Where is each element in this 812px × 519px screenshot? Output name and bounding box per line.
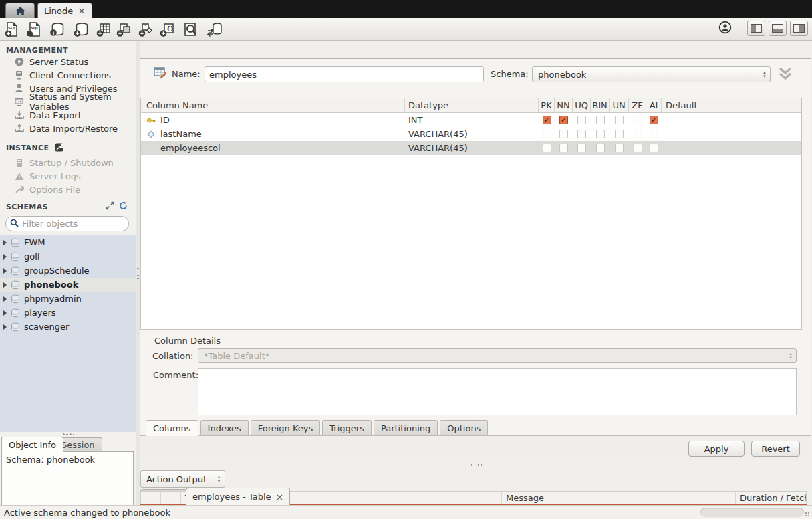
header-duration[interactable]: Duration / Fetch — [736, 492, 806, 504]
expand-arrow-icon[interactable] — [3, 310, 7, 316]
output-selector[interactable]: Action Output — [140, 470, 225, 488]
checkbox-un[interactable] — [615, 116, 624, 124]
collation-select[interactable]: *Table Default* — [198, 348, 797, 363]
connection-tab[interactable]: Linode × — [37, 3, 92, 18]
checkbox-bin[interactable] — [596, 144, 605, 152]
sidebar-item-startup-shutdown[interactable]: Startup / Shutdown — [0, 156, 136, 169]
checkbox-ai[interactable] — [650, 144, 658, 152]
create-schema-icon[interactable] — [72, 21, 90, 38]
toggle-right-panel-button[interactable] — [790, 21, 808, 36]
expand-arrow-icon[interactable] — [3, 296, 7, 302]
expand-arrow-icon[interactable] — [3, 282, 7, 288]
header-un[interactable]: UN — [610, 98, 629, 112]
header-ai[interactable]: AI — [646, 98, 662, 112]
reconnect-dbms-icon[interactable] — [206, 21, 223, 38]
schema-select[interactable]: phonebook — [532, 66, 771, 82]
account-icon[interactable] — [718, 21, 732, 36]
schema-row-golf[interactable]: golf — [0, 249, 136, 264]
checkbox-ai[interactable] — [650, 116, 658, 124]
refresh-schemas-icon[interactable] — [119, 201, 128, 212]
header-default[interactable]: Default — [662, 98, 801, 112]
checkbox-zf[interactable] — [634, 144, 642, 152]
search-table-data-icon[interactable] — [182, 21, 199, 38]
expand-arrow-icon[interactable] — [3, 268, 7, 274]
sidebar-item-data-import[interactable]: Data Import/Restore — [0, 122, 136, 135]
datatype-cell[interactable]: VARCHAR(45) — [405, 143, 539, 153]
checkbox-bin[interactable] — [596, 130, 605, 138]
schema-row-groupschedule[interactable]: groupSchedule — [0, 264, 136, 278]
expand-arrow-icon[interactable] — [3, 240, 7, 245]
sidebar-item-data-export[interactable]: Data Export — [0, 108, 136, 122]
revert-button[interactable]: Revert — [751, 441, 800, 457]
sidebar-item-server-logs[interactable]: Server Logs — [0, 169, 136, 183]
schema-row-phpmyadmin[interactable]: phpmyadmin — [0, 292, 136, 306]
sidebar-item-server-status[interactable]: Server Status — [0, 55, 136, 68]
schema-filter-input[interactable] — [22, 219, 123, 229]
expand-arrow-icon[interactable] — [3, 324, 7, 330]
tab-triggers[interactable]: Triggers — [322, 420, 372, 435]
datatype-cell[interactable]: VARCHAR(45) — [405, 129, 539, 139]
schema-row-players[interactable]: players — [0, 306, 136, 320]
create-view-icon[interactable] — [115, 21, 132, 38]
checkbox-zf[interactable] — [634, 130, 642, 138]
checkbox-zf[interactable] — [634, 116, 642, 124]
tab-object-info[interactable]: Object Info — [1, 437, 63, 452]
new-sql-tab-icon[interactable]: SQL — [3, 21, 21, 38]
sidebar-item-status-system-variables[interactable]: Status and System Variables — [0, 95, 136, 108]
toggle-left-panel-button[interactable] — [747, 21, 765, 36]
create-table-icon[interactable] — [95, 21, 112, 38]
checkbox-nn[interactable] — [559, 130, 568, 138]
open-sql-script-icon[interactable]: SQL — [25, 21, 43, 38]
create-function-icon[interactable]: {) — [158, 21, 176, 38]
column-row-lastname[interactable]: lastName VARCHAR(45) — [141, 127, 801, 141]
checkbox-pk[interactable] — [543, 116, 551, 124]
sidebar-item-options-file[interactable]: Options File — [0, 183, 136, 196]
home-tab[interactable] — [5, 3, 35, 18]
sidebar-horizontal-splitter[interactable] — [0, 432, 136, 437]
expand-header-chevrons-icon[interactable] — [777, 66, 794, 84]
stepper-icon[interactable] — [213, 471, 225, 487]
close-icon[interactable]: × — [276, 492, 284, 502]
checkbox-pk[interactable] — [543, 130, 551, 138]
apply-button[interactable]: Apply — [688, 441, 745, 457]
schema-row-phonebook[interactable]: phonebook — [0, 278, 136, 292]
schema-row-scavenger[interactable]: scavenger — [0, 320, 136, 334]
column-row-id[interactable]: ID INT — [141, 113, 801, 127]
header-zf[interactable]: ZF — [629, 98, 646, 112]
schema-inspector-icon[interactable]: i — [48, 21, 65, 38]
create-procedure-icon[interactable] — [137, 21, 154, 38]
toggle-bottom-panel-button[interactable] — [769, 21, 787, 36]
tab-columns[interactable]: Columns — [146, 420, 198, 436]
output-splitter[interactable] — [140, 461, 812, 469]
close-icon[interactable]: × — [78, 6, 86, 15]
checkbox-bin[interactable] — [596, 116, 605, 124]
checkbox-pk[interactable] — [543, 144, 551, 152]
sidebar-item-client-connections[interactable]: Client Connections — [0, 68, 136, 82]
comment-textarea[interactable] — [198, 368, 797, 415]
checkbox-ai[interactable] — [650, 130, 658, 138]
header-datatype[interactable]: Datatype — [405, 98, 539, 112]
header-bin[interactable]: BIN — [591, 98, 610, 112]
header-message[interactable]: Message — [502, 492, 736, 504]
tab-employees-table[interactable]: employees - Table × — [186, 488, 290, 505]
tab-indexes[interactable]: Indexes — [200, 420, 249, 435]
tab-options[interactable]: Options — [440, 420, 488, 435]
header-uq[interactable]: UQ — [573, 98, 591, 112]
schema-row-fwm[interactable]: FWM — [0, 235, 136, 249]
schema-filter-box[interactable] — [5, 216, 129, 231]
checkbox-nn[interactable] — [559, 144, 568, 152]
checkbox-uq[interactable] — [577, 116, 586, 124]
column-row-employeescol[interactable]: employeescol VARCHAR(45) — [141, 141, 801, 155]
checkbox-uq[interactable] — [577, 130, 586, 138]
tab-foreign-keys[interactable]: Foreign Keys — [251, 420, 321, 435]
tab-partitioning[interactable]: Partitioning — [374, 420, 438, 435]
expand-schemas-icon[interactable] — [106, 201, 114, 212]
stepper-icon[interactable] — [759, 67, 770, 82]
header-nn[interactable]: NN — [555, 98, 573, 112]
header-column-name[interactable]: Column Name — [141, 98, 405, 112]
table-name-input[interactable] — [205, 66, 484, 82]
checkbox-un[interactable] — [615, 130, 624, 138]
resize-grip-icon[interactable] — [805, 512, 811, 518]
checkbox-nn[interactable] — [559, 116, 568, 124]
datatype-cell[interactable]: INT — [405, 115, 539, 125]
